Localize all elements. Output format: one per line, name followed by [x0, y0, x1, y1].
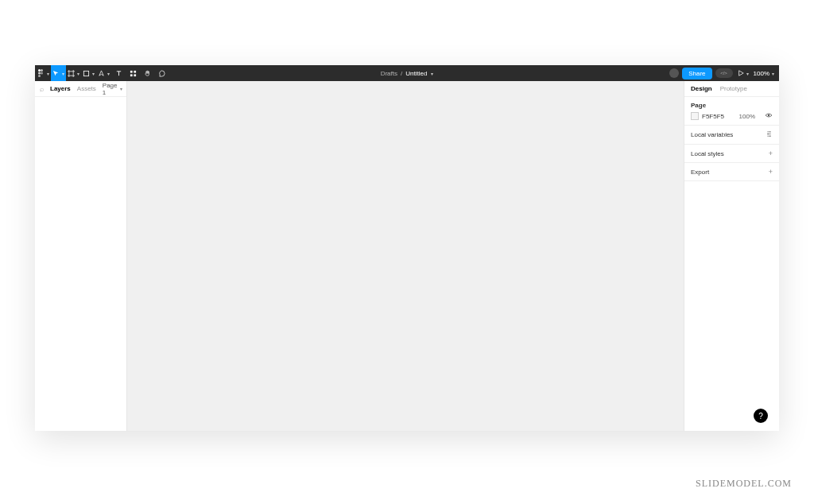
comment-icon — [158, 70, 165, 77]
rectangle-icon — [83, 70, 90, 77]
search-icon[interactable]: ⌕ — [40, 85, 44, 93]
frame-tool-button[interactable]: ▾ — [66, 65, 81, 81]
left-panel-tabs: ⌕ Layers Assets Page 1 ▾ — [35, 81, 126, 97]
chevron-down-icon: ▾ — [62, 71, 64, 76]
breadcrumb[interactable]: Drafts / Untitled ▾ — [381, 70, 434, 77]
comment-tool-button[interactable] — [154, 65, 169, 81]
tab-layers[interactable]: Layers — [50, 85, 71, 92]
svg-point-10 — [768, 114, 769, 116]
export-label: Export — [691, 169, 709, 176]
svg-rect-2 — [38, 72, 41, 75]
color-swatch[interactable] — [691, 112, 699, 120]
present-button[interactable]: ▾ — [736, 65, 750, 81]
right-panel-tabs: Design Prototype — [684, 81, 779, 97]
svg-rect-0 — [38, 69, 41, 72]
play-icon — [738, 70, 744, 76]
page-selector-label: Page 1 — [103, 82, 118, 96]
move-tool-button[interactable]: ▾ — [51, 65, 66, 81]
visibility-toggle[interactable] — [765, 112, 773, 120]
app-window: ▾ ▾ ▾ ▾ ▾ — [35, 65, 779, 431]
svg-rect-5 — [83, 71, 88, 76]
help-button[interactable]: ? — [754, 409, 768, 423]
chevron-down-icon: ▾ — [77, 71, 79, 76]
tab-prototype[interactable]: Prototype — [720, 85, 747, 92]
left-panel: ⌕ Layers Assets Page 1 ▾ — [35, 81, 127, 431]
share-button[interactable]: Share — [682, 68, 711, 79]
plus-icon: + — [769, 168, 773, 176]
body-row: ⌕ Layers Assets Page 1 ▾ Design Prototyp… — [35, 81, 779, 431]
watermark: SLIDEMODEL.COM — [696, 478, 792, 490]
chevron-down-icon: ▾ — [746, 71, 749, 76]
breadcrumb-separator: / — [401, 70, 402, 77]
chevron-down-icon: ▾ — [107, 71, 110, 76]
local-variables-label: Local variables — [691, 131, 733, 138]
text-tool-button[interactable] — [111, 65, 126, 81]
figma-logo-icon — [37, 69, 45, 77]
main-menu-button[interactable]: ▾ — [35, 65, 51, 81]
pen-tool-button[interactable]: ▾ — [96, 65, 111, 81]
chevron-down-icon: ▾ — [120, 86, 122, 91]
color-hex: F5F5F5 — [702, 113, 724, 120]
svg-rect-8 — [130, 74, 132, 76]
canvas-area[interactable] — [127, 81, 684, 431]
svg-point-12 — [767, 134, 769, 135]
code-icon: </> — [720, 71, 727, 76]
page-background-row[interactable]: F5F5F5 100% — [691, 112, 773, 120]
local-variables-row[interactable]: Local variables — [684, 126, 779, 145]
zoom-control[interactable]: 100% ▾ — [754, 70, 774, 77]
svg-rect-4 — [38, 75, 41, 77]
cursor-icon — [52, 70, 60, 77]
resources-button[interactable] — [126, 65, 140, 81]
svg-rect-7 — [134, 70, 136, 72]
top-toolbar: ▾ ▾ ▾ ▾ ▾ — [35, 65, 779, 81]
frame-icon — [68, 70, 75, 77]
toolbar-right-group: Share </> ▾ 100% ▾ — [669, 65, 779, 81]
export-row[interactable]: Export + — [684, 163, 779, 181]
chevron-down-icon: ▾ — [92, 71, 95, 76]
tab-assets[interactable]: Assets — [77, 85, 96, 92]
dev-mode-toggle[interactable]: </> — [715, 68, 733, 78]
chevron-down-icon: ▾ — [47, 71, 49, 76]
pen-icon — [98, 70, 105, 77]
eye-icon — [765, 112, 773, 118]
toolbar-left-group: ▾ ▾ ▾ ▾ ▾ — [35, 65, 169, 81]
tab-design[interactable]: Design — [691, 85, 712, 92]
right-panel: Design Prototype Page F5F5F5 100% Loca — [684, 81, 779, 431]
breadcrumb-folder: Drafts — [381, 70, 397, 77]
svg-point-13 — [769, 135, 771, 137]
zoom-value: 100% — [754, 70, 769, 77]
color-opacity: 100% — [739, 113, 755, 120]
shape-tool-button[interactable]: ▾ — [81, 65, 96, 81]
plus-icon: + — [769, 149, 773, 157]
svg-rect-9 — [134, 74, 136, 76]
hand-icon — [144, 70, 151, 77]
hand-tool-button[interactable] — [140, 65, 154, 81]
svg-rect-3 — [41, 72, 43, 75]
user-avatar[interactable] — [669, 68, 679, 78]
text-icon — [115, 70, 122, 77]
local-styles-row[interactable]: Local styles + — [684, 145, 779, 163]
svg-point-11 — [769, 131, 771, 133]
file-title: Untitled — [405, 70, 427, 77]
page-section: Page F5F5F5 100% — [684, 97, 779, 126]
svg-rect-6 — [130, 70, 132, 72]
page-selector[interactable]: Page 1 ▾ — [103, 82, 122, 96]
page-section-title: Page — [691, 102, 773, 109]
local-styles-label: Local styles — [691, 150, 724, 157]
chevron-down-icon: ▾ — [431, 71, 433, 76]
chevron-down-icon: ▾ — [772, 71, 774, 76]
svg-rect-1 — [41, 69, 43, 72]
resources-icon — [130, 70, 137, 77]
settings-icon — [766, 130, 773, 139]
help-label: ? — [758, 412, 763, 421]
color-swatch-group: F5F5F5 — [691, 112, 724, 120]
